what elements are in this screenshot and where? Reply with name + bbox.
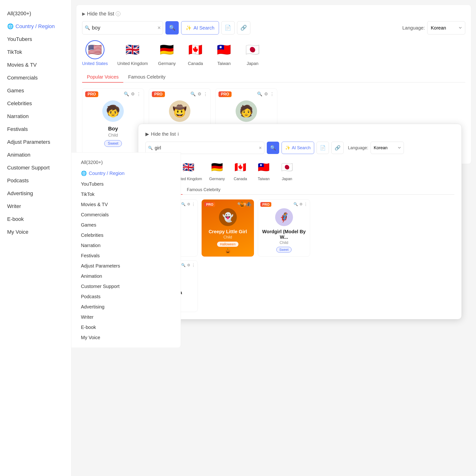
sidebar-item-narration[interactable]: Narration <box>0 110 71 123</box>
creepy-card-actions: 🔍 ⚙ ⋮ <box>237 202 251 206</box>
hide-list-bar[interactable]: ▶ Hide the list i <box>82 11 465 17</box>
creepy-card-settings-btn[interactable]: ⚙ <box>243 202 246 206</box>
madonna-card-more-btn[interactable]: ⋮ <box>192 263 195 267</box>
sidebar-item-customer-support[interactable]: Customer Support <box>0 161 71 174</box>
girl-sidebar-all-count[interactable]: All(3200+) <box>71 157 181 168</box>
girl-link-button[interactable]: 🔗 <box>331 142 344 154</box>
flag-ca-circle: 🇨🇦 <box>186 40 205 59</box>
girl-sidebar-podcasts[interactable]: Podcasts <box>71 291 181 302</box>
girl-search-btn-icon: 🔍 <box>270 145 276 151</box>
girl-sidebar-adjust-parameters[interactable]: Adjust Parameters <box>71 261 181 271</box>
flag-jp[interactable]: 🇯🇵 Japan <box>243 40 262 66</box>
nba-card-settings-btn[interactable]: ⚙ <box>264 91 268 97</box>
girl-sidebar-games[interactable]: Games <box>71 220 181 230</box>
girl-hide-list[interactable]: ▶ Hide the list i <box>145 131 454 137</box>
girl-ai-search-button[interactable]: ✨ AI Search <box>282 142 314 154</box>
nba-card-more-btn[interactable]: ⋮ <box>270 91 274 97</box>
flag-tw[interactable]: 🇹🇼 Taiwan <box>214 40 234 66</box>
girl-flag-ca-circle: 🇨🇦 <box>232 159 249 175</box>
girl-flag-jp[interactable]: 🇯🇵 Japan <box>279 159 295 181</box>
girl-sidebar-my-voice[interactable]: My Voice <box>71 333 181 343</box>
girl-sidebar-advertising[interactable]: Advertising <box>71 302 181 312</box>
voice-card-wordgirl[interactable]: PRO 🔍 ⚙ ⋮ 🦸‍♀️ Wordgirl (Model By W... C… <box>258 200 310 256</box>
girl-sidebar-animation[interactable]: Animation <box>71 271 181 281</box>
sidebar-item-tiktok[interactable]: TikTok <box>0 46 71 59</box>
girl-document-button[interactable]: 📄 <box>317 142 329 154</box>
sidebar-all-count[interactable]: All(3200+) <box>0 7 71 20</box>
sidebar-item-writer[interactable]: Writer <box>0 200 71 213</box>
tab-girl-famous-celebrity[interactable]: Famous Celebrity <box>183 186 225 194</box>
boy-search-input[interactable] <box>92 25 157 31</box>
tab-famous-celebrity[interactable]: Famous Celebrity <box>123 72 170 82</box>
creepy-card-search-btn[interactable]: 🔍 <box>237 202 242 206</box>
sidebar-item-celebrities[interactable]: Celebrities <box>0 97 71 110</box>
girl-search-button[interactable]: 🔍 <box>267 142 279 154</box>
wordgirl-card-search-btn[interactable]: 🔍 <box>293 202 298 206</box>
boy-language-select[interactable]: Korean English Japanese <box>427 21 465 34</box>
girl-flag-de[interactable]: 🇩🇪 Germany <box>209 159 225 181</box>
sidebar-item-animation[interactable]: Animation <box>0 149 71 161</box>
boy-card-settings-btn[interactable]: ⚙ <box>131 91 135 97</box>
kevin-card-settings-btn[interactable]: ⚙ <box>198 91 201 97</box>
sidebar-item-podcasts[interactable]: Podcasts <box>0 174 71 187</box>
sidebar-item-advertising[interactable]: Advertising <box>0 187 71 200</box>
wordgirl-voice-name: Wordgirl (Model By W... <box>262 229 306 240</box>
wordgirl-voice-tag: Sweet <box>276 247 292 253</box>
tab-popular-voices[interactable]: Popular Voices <box>82 72 123 83</box>
sidebar-item-youtubers[interactable]: YouTubers <box>0 33 71 46</box>
sidebar-item-adjust-parameters[interactable]: Adjust Parameters <box>0 136 71 149</box>
girl-sidebar-commercials[interactable]: Commercials <box>71 210 181 220</box>
kevin-avatar-wrap: 🤠 <box>154 101 206 122</box>
girl-search-input[interactable] <box>155 145 259 151</box>
boy-search-button[interactable]: 🔍 <box>165 21 179 34</box>
flag-uk[interactable]: 🇬🇧 United Kingdom <box>117 40 148 66</box>
girl-flag-tw[interactable]: 🇹🇼 Taiwan <box>255 159 272 181</box>
girl-sidebar-narration[interactable]: Narration <box>71 240 181 251</box>
nba-card-search-btn[interactable]: 🔍 <box>257 91 262 97</box>
kevin-card-search-btn[interactable]: 🔍 <box>190 91 196 97</box>
madonna-card-search-btn[interactable]: 🔍 <box>181 263 186 267</box>
boy-link-button[interactable]: 🔗 <box>237 21 250 34</box>
sidebar-item-commercials[interactable]: Commercials <box>0 71 71 84</box>
boy-clear-button[interactable]: ✕ <box>157 25 161 31</box>
sidebar-item-games[interactable]: Games <box>0 84 71 97</box>
girl-language-select[interactable]: Korean English <box>371 142 404 154</box>
girl-card-search-btn[interactable]: 🔍 <box>181 202 186 206</box>
girl-sidebar-celebrities[interactable]: Celebrities <box>71 230 181 240</box>
flag-us[interactable]: 🇺🇸 United States <box>82 40 108 66</box>
sidebar-item-country-region[interactable]: 🌐 Country / Region <box>0 20 71 33</box>
wordgirl-card-more-btn[interactable]: ⋮ <box>304 202 307 206</box>
wordgirl-card-settings-btn[interactable]: ⚙ <box>299 202 303 206</box>
girl-card-settings-btn[interactable]: ⚙ <box>187 202 190 206</box>
girl-sidebar-ebook[interactable]: E-book <box>71 322 181 333</box>
madonna-card-settings-btn[interactable]: ⚙ <box>187 263 190 267</box>
girl-sidebar-customer-support[interactable]: Customer Support <box>71 281 181 291</box>
girl-flag-ca[interactable]: 🇨🇦 Canada <box>232 159 249 181</box>
sidebar-item-festivals[interactable]: Festivals <box>0 123 71 136</box>
girl-sidebar-movies-tv[interactable]: Movies & TV <box>71 200 181 210</box>
boy-ai-search-button[interactable]: ✨ AI Search <box>181 21 219 34</box>
kevin-card-more-btn[interactable]: ⋮ <box>203 91 207 97</box>
boy-voice-type: Child <box>87 133 139 138</box>
boy-document-button[interactable]: 📄 <box>221 21 235 34</box>
girl-clear-button[interactable]: ✕ <box>259 146 262 150</box>
boy-card-more-btn[interactable]: ⋮ <box>136 91 141 97</box>
voice-card-creepy[interactable]: 🕷️ PRO 🔍 ⚙ ⋮ 👻 Creepy Little Girl Child … <box>202 200 254 256</box>
sidebar-item-my-voice[interactable]: My Voice <box>0 226 71 238</box>
flag-ca[interactable]: 🇨🇦 Canada <box>186 40 205 66</box>
voice-card-boy[interactable]: PRO 🔍 ⚙ ⋮ 🧒 Boy Child Sweet <box>82 88 144 158</box>
flag-de[interactable]: 🇩🇪 Germany <box>157 40 176 66</box>
girl-sidebar-youtubers[interactable]: YouTubers <box>71 179 181 189</box>
girl-sidebar-tiktok[interactable]: TikTok <box>71 189 181 200</box>
creepy-voice-type: Child <box>206 235 250 239</box>
creepy-card-more-btn[interactable]: ⋮ <box>248 202 251 206</box>
boy-card-search-btn[interactable]: 🔍 <box>124 91 129 97</box>
girl-sidebar-festivals[interactable]: Festivals <box>71 251 181 261</box>
sidebar-item-ebook[interactable]: E-book <box>0 213 71 226</box>
girl-card-more-btn[interactable]: ⋮ <box>192 202 195 206</box>
sidebar-item-movies-tv[interactable]: Movies & TV <box>0 59 71 71</box>
girl-sidebar-writer[interactable]: Writer <box>71 312 181 322</box>
flag-us-circle: 🇺🇸 <box>85 40 104 59</box>
chevron-right-icon: ▶ <box>82 11 85 17</box>
girl-sidebar-country-region[interactable]: 🌐 Country / Region <box>71 168 181 179</box>
